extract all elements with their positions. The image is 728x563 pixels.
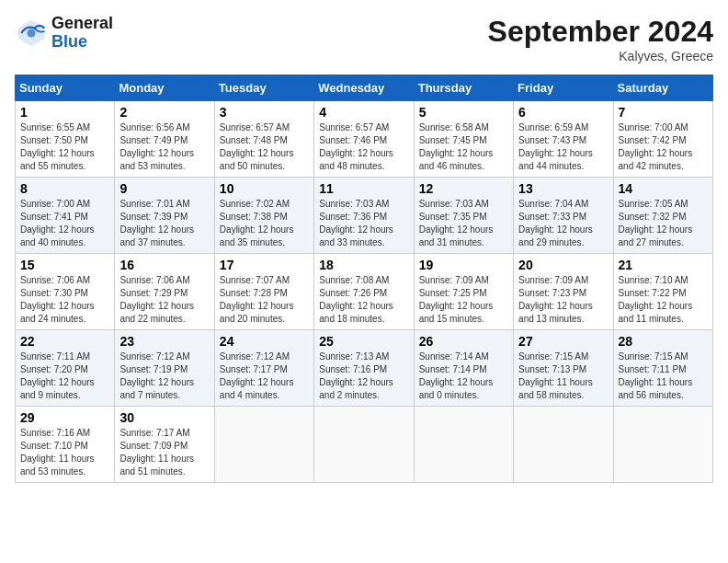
title-block: September 2024 Kalyves, Greece [488, 15, 713, 63]
calendar-week-2: 8Sunrise: 7:00 AM Sunset: 7:41 PM Daylig… [16, 178, 713, 254]
logo-text-line2: Blue [51, 33, 113, 52]
day-number: 7 [619, 105, 708, 120]
header-sunday: Sunday [16, 75, 115, 101]
day-detail: Sunrise: 7:12 AM Sunset: 7:19 PM Dayligh… [119, 350, 209, 402]
day-detail: Sunrise: 7:08 AM Sunset: 7:26 PM Dayligh… [319, 274, 408, 326]
day-detail: Sunrise: 7:01 AM Sunset: 7:39 PM Dayligh… [119, 198, 209, 249]
calendar-cell: 26Sunrise: 7:14 AM Sunset: 7:14 PM Dayli… [414, 330, 513, 407]
calendar-cell: 13Sunrise: 7:04 AM Sunset: 7:33 PM Dayli… [514, 178, 613, 254]
calendar-cell: 16Sunrise: 7:06 AM Sunset: 7:29 PM Dayli… [115, 254, 214, 330]
calendar-cell: 3Sunrise: 6:57 AM Sunset: 7:48 PM Daylig… [214, 101, 313, 178]
month-title: September 2024 [488, 15, 713, 49]
day-detail: Sunrise: 7:02 AM Sunset: 7:38 PM Dayligh… [220, 198, 309, 249]
day-number: 14 [619, 181, 708, 196]
day-number: 30 [119, 410, 209, 425]
logo-text-line1: General [51, 15, 113, 33]
day-detail: Sunrise: 7:00 AM Sunset: 7:42 PM Dayligh… [619, 121, 708, 173]
calendar-cell: 15Sunrise: 7:06 AM Sunset: 7:30 PM Dayli… [16, 254, 115, 330]
calendar-cell: 20Sunrise: 7:09 AM Sunset: 7:23 PM Dayli… [514, 254, 613, 330]
day-number: 24 [220, 334, 309, 349]
header-saturday: Saturday [613, 75, 712, 101]
day-detail: Sunrise: 7:05 AM Sunset: 7:32 PM Dayligh… [619, 198, 708, 249]
calendar-cell [514, 407, 613, 483]
day-number: 6 [518, 105, 608, 120]
day-number: 20 [518, 258, 608, 272]
day-detail: Sunrise: 7:04 AM Sunset: 7:33 PM Dayligh… [518, 198, 608, 249]
day-detail: Sunrise: 7:06 AM Sunset: 7:30 PM Dayligh… [20, 274, 109, 326]
day-number: 1 [20, 105, 109, 120]
day-number: 27 [518, 334, 608, 349]
day-detail: Sunrise: 7:09 AM Sunset: 7:23 PM Dayligh… [518, 274, 608, 326]
day-number: 11 [319, 181, 408, 196]
day-detail: Sunrise: 6:57 AM Sunset: 7:48 PM Dayligh… [220, 121, 309, 173]
day-number: 26 [419, 334, 508, 349]
header-tuesday: Tuesday [214, 75, 313, 101]
calendar-cell [414, 407, 513, 483]
day-detail: Sunrise: 7:17 AM Sunset: 7:09 PM Dayligh… [119, 427, 209, 478]
calendar-cell: 14Sunrise: 7:05 AM Sunset: 7:32 PM Dayli… [613, 178, 712, 254]
location: Kalyves, Greece [488, 49, 713, 63]
calendar-cell: 25Sunrise: 7:13 AM Sunset: 7:16 PM Dayli… [314, 330, 414, 407]
calendar-week-1: 1Sunrise: 6:55 AM Sunset: 7:50 PM Daylig… [16, 101, 713, 178]
calendar-cell: 17Sunrise: 7:07 AM Sunset: 7:28 PM Dayli… [214, 254, 313, 330]
day-detail: Sunrise: 7:11 AM Sunset: 7:20 PM Dayligh… [20, 350, 109, 402]
calendar-header-row: SundayMondayTuesdayWednesdayThursdayFrid… [16, 75, 713, 101]
calendar-week-3: 15Sunrise: 7:06 AM Sunset: 7:30 PM Dayli… [16, 254, 713, 330]
day-number: 2 [119, 105, 209, 120]
calendar-cell [214, 407, 313, 483]
day-detail: Sunrise: 7:03 AM Sunset: 7:35 PM Dayligh… [419, 198, 508, 249]
calendar-cell: 18Sunrise: 7:08 AM Sunset: 7:26 PM Dayli… [314, 254, 414, 330]
calendar-cell: 12Sunrise: 7:03 AM Sunset: 7:35 PM Dayli… [414, 178, 513, 254]
calendar-cell: 9Sunrise: 7:01 AM Sunset: 7:39 PM Daylig… [115, 178, 214, 254]
calendar-cell: 4Sunrise: 6:57 AM Sunset: 7:46 PM Daylig… [314, 101, 414, 178]
header-friday: Friday [514, 75, 613, 101]
calendar-cell: 22Sunrise: 7:11 AM Sunset: 7:20 PM Dayli… [16, 330, 115, 407]
calendar-cell: 23Sunrise: 7:12 AM Sunset: 7:19 PM Dayli… [115, 330, 214, 407]
day-number: 9 [119, 181, 209, 196]
day-number: 28 [619, 334, 708, 349]
day-detail: Sunrise: 7:03 AM Sunset: 7:36 PM Dayligh… [319, 198, 408, 249]
day-detail: Sunrise: 6:56 AM Sunset: 7:49 PM Dayligh… [119, 121, 209, 173]
logo-icon [15, 17, 48, 50]
day-number: 12 [419, 181, 508, 196]
day-number: 19 [419, 258, 508, 272]
day-number: 13 [518, 181, 608, 196]
calendar-cell: 29Sunrise: 7:16 AM Sunset: 7:10 PM Dayli… [16, 407, 115, 483]
day-detail: Sunrise: 7:00 AM Sunset: 7:41 PM Dayligh… [20, 198, 109, 249]
day-detail: Sunrise: 7:15 AM Sunset: 7:13 PM Dayligh… [518, 350, 608, 402]
day-detail: Sunrise: 7:15 AM Sunset: 7:11 PM Dayligh… [619, 350, 708, 402]
day-number: 3 [220, 105, 309, 120]
day-number: 18 [319, 258, 408, 272]
day-detail: Sunrise: 6:55 AM Sunset: 7:50 PM Dayligh… [20, 121, 109, 173]
header-wednesday: Wednesday [314, 75, 414, 101]
header-monday: Monday [115, 75, 214, 101]
day-detail: Sunrise: 7:13 AM Sunset: 7:16 PM Dayligh… [319, 350, 408, 402]
day-detail: Sunrise: 7:10 AM Sunset: 7:22 PM Dayligh… [619, 274, 708, 326]
page-header: General Blue September 2024 Kalyves, Gre… [15, 15, 713, 63]
header-thursday: Thursday [414, 75, 513, 101]
calendar-cell: 24Sunrise: 7:12 AM Sunset: 7:17 PM Dayli… [214, 330, 313, 407]
day-number: 25 [319, 334, 408, 349]
calendar-cell: 8Sunrise: 7:00 AM Sunset: 7:41 PM Daylig… [16, 178, 115, 254]
day-detail: Sunrise: 7:16 AM Sunset: 7:10 PM Dayligh… [20, 427, 109, 478]
day-number: 15 [20, 258, 109, 272]
calendar-cell: 6Sunrise: 6:59 AM Sunset: 7:43 PM Daylig… [514, 101, 613, 178]
calendar-cell: 2Sunrise: 6:56 AM Sunset: 7:49 PM Daylig… [115, 101, 214, 178]
calendar-cell: 27Sunrise: 7:15 AM Sunset: 7:13 PM Dayli… [514, 330, 613, 407]
calendar-cell: 10Sunrise: 7:02 AM Sunset: 7:38 PM Dayli… [214, 178, 313, 254]
calendar-week-4: 22Sunrise: 7:11 AM Sunset: 7:20 PM Dayli… [16, 330, 713, 407]
calendar-cell [314, 407, 414, 483]
day-detail: Sunrise: 6:57 AM Sunset: 7:46 PM Dayligh… [319, 121, 408, 173]
day-number: 4 [319, 105, 408, 120]
day-detail: Sunrise: 6:58 AM Sunset: 7:45 PM Dayligh… [419, 121, 508, 173]
logo: General Blue [15, 15, 113, 52]
day-detail: Sunrise: 7:09 AM Sunset: 7:25 PM Dayligh… [419, 274, 508, 326]
day-number: 10 [220, 181, 309, 196]
calendar-cell: 11Sunrise: 7:03 AM Sunset: 7:36 PM Dayli… [314, 178, 414, 254]
calendar-table: SundayMondayTuesdayWednesdayThursdayFrid… [15, 75, 713, 483]
day-detail: Sunrise: 7:12 AM Sunset: 7:17 PM Dayligh… [220, 350, 309, 402]
day-detail: Sunrise: 7:07 AM Sunset: 7:28 PM Dayligh… [220, 274, 309, 326]
day-number: 5 [419, 105, 508, 120]
calendar-week-5: 29Sunrise: 7:16 AM Sunset: 7:10 PM Dayli… [16, 407, 713, 483]
calendar-cell: 19Sunrise: 7:09 AM Sunset: 7:25 PM Dayli… [414, 254, 513, 330]
